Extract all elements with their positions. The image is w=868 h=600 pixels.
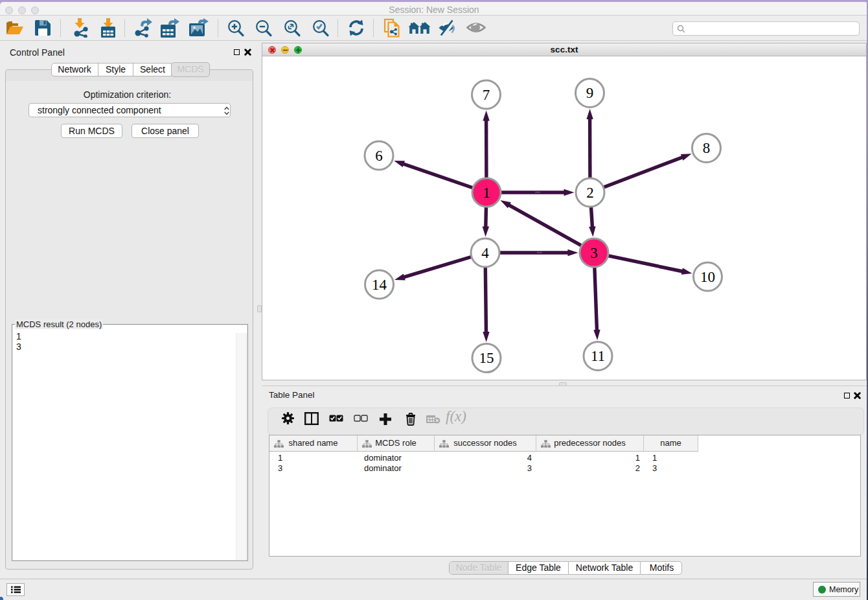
svg-text:14: 14 bbox=[372, 277, 387, 293]
svg-text:11: 11 bbox=[591, 348, 605, 364]
svg-text:2: 2 bbox=[586, 185, 594, 201]
svg-text:9: 9 bbox=[586, 85, 594, 101]
svg-text:8: 8 bbox=[703, 140, 711, 156]
svg-text:3: 3 bbox=[590, 245, 598, 261]
svg-text:15: 15 bbox=[479, 350, 494, 366]
svg-text:1: 1 bbox=[483, 185, 490, 201]
svg-text:4: 4 bbox=[481, 245, 489, 261]
svg-text:6: 6 bbox=[375, 148, 383, 164]
svg-text:7: 7 bbox=[483, 87, 490, 103]
svg-text:10: 10 bbox=[700, 269, 715, 285]
